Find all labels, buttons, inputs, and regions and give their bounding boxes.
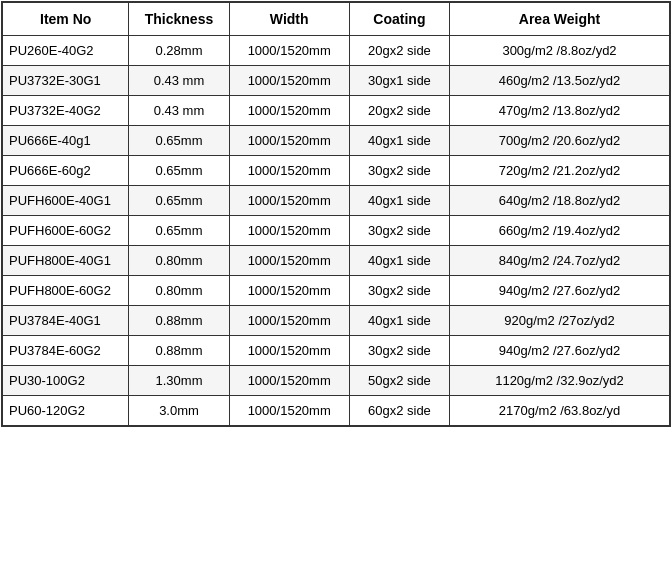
table-cell: 0.43 mm: [129, 96, 229, 126]
table-row: PU3732E-40G20.43 mm1000/1520mm20gx2 side…: [2, 96, 670, 126]
table-row: PUFH800E-40G10.80mm1000/1520mm40gx1 side…: [2, 246, 670, 276]
table-cell: 1000/1520mm: [229, 246, 349, 276]
table-cell: 1000/1520mm: [229, 276, 349, 306]
table-cell: 40gx1 side: [349, 246, 449, 276]
table-cell: 30gx2 side: [349, 276, 449, 306]
table-cell: 940g/m2 /27.6oz/yd2: [450, 336, 670, 366]
table-cell: 30gx2 side: [349, 336, 449, 366]
table-cell: PU60-120G2: [2, 396, 129, 427]
table-row: PU30-100G21.30mm1000/1520mm50gx2 side112…: [2, 366, 670, 396]
table-cell: 1000/1520mm: [229, 306, 349, 336]
table-cell: 920g/m2 /27oz/yd2: [450, 306, 670, 336]
table-cell: 840g/m2 /24.7oz/yd2: [450, 246, 670, 276]
col-header-item-no: Item No: [2, 2, 129, 36]
table-row: PU666E-60g20.65mm1000/1520mm30gx2 side72…: [2, 156, 670, 186]
table-cell: 0.43 mm: [129, 66, 229, 96]
table-cell: 1000/1520mm: [229, 66, 349, 96]
table-cell: 660g/m2 /19.4oz/yd2: [450, 216, 670, 246]
col-header-area-weight: Area Weight: [450, 2, 670, 36]
table-cell: PU3732E-30G1: [2, 66, 129, 96]
table-cell: 0.65mm: [129, 186, 229, 216]
table-cell: 1120g/m2 /32.9oz/yd2: [450, 366, 670, 396]
table-row: PU3732E-30G10.43 mm1000/1520mm30gx1 side…: [2, 66, 670, 96]
table-row: PU3784E-40G10.88mm1000/1520mm40gx1 side9…: [2, 306, 670, 336]
table-cell: 2170g/m2 /63.8oz/yd: [450, 396, 670, 427]
table-cell: PUFH800E-60G2: [2, 276, 129, 306]
table-cell: PU3784E-60G2: [2, 336, 129, 366]
table-cell: 460g/m2 /13.5oz/yd2: [450, 66, 670, 96]
table-cell: PU30-100G2: [2, 366, 129, 396]
table-cell: 20gx2 side: [349, 36, 449, 66]
table-cell: 1000/1520mm: [229, 216, 349, 246]
table-cell: 1000/1520mm: [229, 156, 349, 186]
table-cell: PU3784E-40G1: [2, 306, 129, 336]
table-cell: 30gx2 side: [349, 216, 449, 246]
table-cell: 1000/1520mm: [229, 336, 349, 366]
table-row: PUFH600E-40G10.65mm1000/1520mm40gx1 side…: [2, 186, 670, 216]
table-cell: 0.65mm: [129, 216, 229, 246]
table-cell: 0.88mm: [129, 336, 229, 366]
table-cell: 1.30mm: [129, 366, 229, 396]
table-cell: 470g/m2 /13.8oz/yd2: [450, 96, 670, 126]
table-cell: 30gx1 side: [349, 66, 449, 96]
table-cell: PUFH600E-40G1: [2, 186, 129, 216]
table-cell: 1000/1520mm: [229, 36, 349, 66]
table-cell: 300g/m2 /8.8oz/yd2: [450, 36, 670, 66]
table-cell: PU260E-40G2: [2, 36, 129, 66]
table-cell: 1000/1520mm: [229, 126, 349, 156]
table-cell: 640g/m2 /18.8oz/yd2: [450, 186, 670, 216]
table-cell: PU3732E-40G2: [2, 96, 129, 126]
table-cell: 1000/1520mm: [229, 186, 349, 216]
table-cell: 0.65mm: [129, 156, 229, 186]
table-cell: 0.28mm: [129, 36, 229, 66]
table-cell: 3.0mm: [129, 396, 229, 427]
table-row: PU60-120G23.0mm1000/1520mm60gx2 side2170…: [2, 396, 670, 427]
table-row: PU260E-40G20.28mm1000/1520mm20gx2 side30…: [2, 36, 670, 66]
table-cell: 700g/m2 /20.6oz/yd2: [450, 126, 670, 156]
table-cell: PU666E-60g2: [2, 156, 129, 186]
table-cell: 1000/1520mm: [229, 366, 349, 396]
table-cell: 720g/m2 /21.2oz/yd2: [450, 156, 670, 186]
table-row: PUFH800E-60G20.80mm1000/1520mm30gx2 side…: [2, 276, 670, 306]
table-row: PU3784E-60G20.88mm1000/1520mm30gx2 side9…: [2, 336, 670, 366]
table-cell: 40gx1 side: [349, 126, 449, 156]
table-cell: 20gx2 side: [349, 96, 449, 126]
table-cell: 0.80mm: [129, 246, 229, 276]
table-cell: PUFH800E-40G1: [2, 246, 129, 276]
col-header-width: Width: [229, 2, 349, 36]
col-header-thickness: Thickness: [129, 2, 229, 36]
table-cell: 940g/m2 /27.6oz/yd2: [450, 276, 670, 306]
table-cell: 60gx2 side: [349, 396, 449, 427]
table-cell: 1000/1520mm: [229, 396, 349, 427]
table-cell: 50gx2 side: [349, 366, 449, 396]
table-cell: 0.88mm: [129, 306, 229, 336]
table-cell: 40gx1 side: [349, 186, 449, 216]
table-cell: 30gx2 side: [349, 156, 449, 186]
table-cell: 0.65mm: [129, 126, 229, 156]
table-row: PU666E-40g10.65mm1000/1520mm40gx1 side70…: [2, 126, 670, 156]
table-cell: PUFH600E-60G2: [2, 216, 129, 246]
table-cell: 40gx1 side: [349, 306, 449, 336]
table-cell: 1000/1520mm: [229, 96, 349, 126]
table-row: PUFH600E-60G20.65mm1000/1520mm30gx2 side…: [2, 216, 670, 246]
table-cell: PU666E-40g1: [2, 126, 129, 156]
product-table: Item NoThicknessWidthCoatingArea Weight …: [1, 1, 671, 427]
table-cell: 0.80mm: [129, 276, 229, 306]
col-header-coating: Coating: [349, 2, 449, 36]
